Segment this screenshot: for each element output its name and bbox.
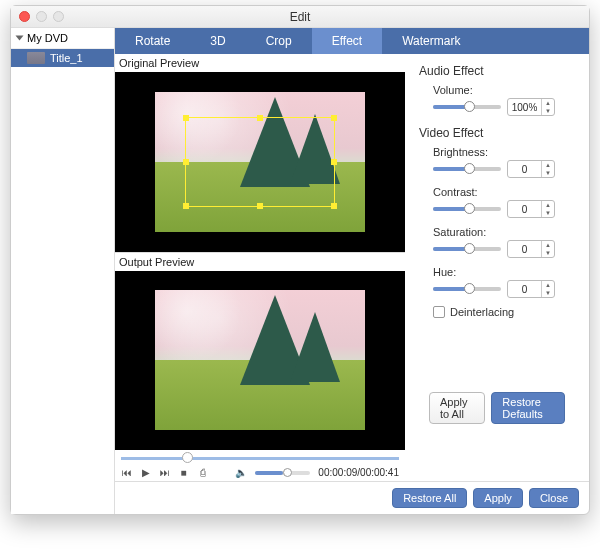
- volume-step-down[interactable]: ▼: [542, 107, 554, 115]
- title-thumb-icon: [27, 52, 45, 64]
- tab-watermark[interactable]: Watermark: [382, 28, 480, 54]
- titlebar: Edit: [11, 6, 589, 28]
- crop-box[interactable]: [185, 117, 335, 207]
- volume-effect-slider[interactable]: [433, 105, 501, 109]
- contrast-label: Contrast:: [433, 186, 575, 198]
- apply-to-all-button[interactable]: Apply to All: [429, 392, 485, 424]
- restore-all-button[interactable]: Restore All: [392, 488, 467, 508]
- window-title: Edit: [290, 10, 311, 24]
- tabs: Rotate 3D Crop Effect Watermark: [115, 28, 589, 54]
- volume-value-box[interactable]: 100% ▲▼: [507, 98, 555, 116]
- minimize-window-icon[interactable]: [36, 11, 47, 22]
- original-preview: [115, 72, 405, 252]
- volume-slider[interactable]: [255, 471, 310, 475]
- next-frame-icon[interactable]: ⏭: [159, 467, 170, 478]
- original-preview-label: Original Preview: [115, 54, 405, 72]
- edit-window: Edit My DVD Title_1 Rotate 3D Crop Effec…: [10, 5, 590, 515]
- contrast-value-box[interactable]: 0▲▼: [507, 200, 555, 218]
- saturation-slider[interactable]: [433, 247, 501, 251]
- disclosure-icon: [16, 36, 24, 41]
- sidebar-item-title1[interactable]: Title_1: [11, 49, 114, 67]
- output-preview: [115, 271, 405, 451]
- volume-value: 100%: [508, 102, 541, 113]
- output-preview-label: Output Preview: [115, 253, 405, 271]
- brightness-slider[interactable]: [433, 167, 501, 171]
- brightness-value-box[interactable]: 0▲▼: [507, 160, 555, 178]
- saturation-value-box[interactable]: 0▲▼: [507, 240, 555, 258]
- video-effect-title: Video Effect: [419, 126, 575, 140]
- brightness-label: Brightness:: [433, 146, 575, 158]
- tab-rotate[interactable]: Rotate: [115, 28, 190, 54]
- restore-defaults-button[interactable]: Restore Defaults: [491, 392, 565, 424]
- volume-label: Volume:: [433, 84, 575, 96]
- traffic-lights: [19, 11, 64, 22]
- contrast-slider[interactable]: [433, 207, 501, 211]
- audio-effect-title: Audio Effect: [419, 64, 575, 78]
- seek-knob[interactable]: [182, 452, 193, 463]
- volume-icon[interactable]: 🔈: [235, 467, 247, 478]
- snapshot-icon[interactable]: ⎙: [197, 467, 208, 478]
- sidebar-item-label: Title_1: [50, 52, 83, 64]
- prev-frame-icon[interactable]: ⏮: [121, 467, 132, 478]
- saturation-label: Saturation:: [433, 226, 575, 238]
- time-display: 00:00:09/00:00:41: [318, 467, 399, 478]
- apply-button[interactable]: Apply: [473, 488, 523, 508]
- effect-panel: Audio Effect Volume: 100% ▲▼ Video Effec…: [405, 54, 589, 481]
- hue-slider[interactable]: [433, 287, 501, 291]
- sidebar-root-label: My DVD: [27, 32, 68, 44]
- footer: Restore All Apply Close: [115, 481, 589, 514]
- hue-label: Hue:: [433, 266, 575, 278]
- zoom-window-icon[interactable]: [53, 11, 64, 22]
- sidebar: My DVD Title_1: [11, 28, 115, 514]
- hue-value-box[interactable]: 0▲▼: [507, 280, 555, 298]
- tab-3d[interactable]: 3D: [190, 28, 245, 54]
- tab-effect[interactable]: Effect: [312, 28, 382, 54]
- close-button[interactable]: Close: [529, 488, 579, 508]
- seek-bar[interactable]: [121, 454, 399, 462]
- tab-crop[interactable]: Crop: [246, 28, 312, 54]
- preview-column: Original Preview: [115, 54, 405, 481]
- playback-controls: ⏮ ▶ ⏭ ■ ⎙ 🔈 00:00:09/00:00:41: [115, 464, 405, 481]
- volume-step-up[interactable]: ▲: [542, 99, 554, 107]
- stop-icon[interactable]: ■: [178, 467, 189, 478]
- deinterlace-label: Deinterlacing: [450, 306, 514, 318]
- sidebar-root[interactable]: My DVD: [11, 28, 114, 49]
- deinterlace-checkbox[interactable]: [433, 306, 445, 318]
- play-icon[interactable]: ▶: [140, 467, 151, 478]
- close-window-icon[interactable]: [19, 11, 30, 22]
